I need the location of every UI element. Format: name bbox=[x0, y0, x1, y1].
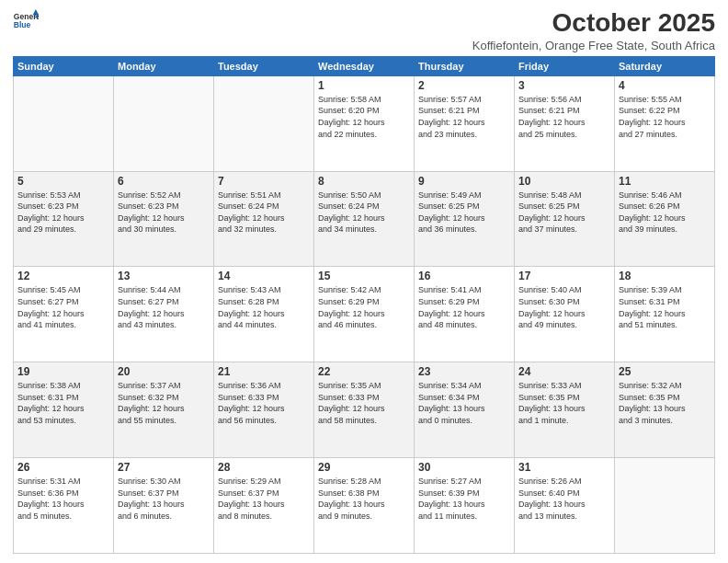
day-info: Sunrise: 5:50 AM Sunset: 6:24 PM Dayligh… bbox=[318, 190, 410, 236]
day-number: 5 bbox=[17, 175, 109, 188]
table-row: 6Sunrise: 5:52 AM Sunset: 6:23 PM Daylig… bbox=[114, 171, 214, 267]
day-info: Sunrise: 5:26 AM Sunset: 6:40 PM Dayligh… bbox=[518, 476, 610, 522]
day-info: Sunrise: 5:56 AM Sunset: 6:21 PM Dayligh… bbox=[518, 94, 610, 140]
header: General Blue October 2025 Koffiefontein,… bbox=[13, 9, 715, 52]
day-number: 14 bbox=[218, 270, 310, 282]
logo-icon: General Blue bbox=[13, 9, 39, 35]
day-number: 12 bbox=[17, 270, 109, 282]
table-row: 22Sunrise: 5:35 AM Sunset: 6:33 PM Dayli… bbox=[314, 362, 415, 458]
calendar-week-row: 12Sunrise: 5:45 AM Sunset: 6:27 PM Dayli… bbox=[14, 267, 715, 362]
table-row: 19Sunrise: 5:38 AM Sunset: 6:31 PM Dayli… bbox=[14, 362, 114, 458]
month-title: October 2025 bbox=[472, 9, 715, 38]
day-number: 22 bbox=[318, 365, 410, 378]
day-info: Sunrise: 5:32 AM Sunset: 6:35 PM Dayligh… bbox=[619, 380, 711, 426]
day-info: Sunrise: 5:36 AM Sunset: 6:33 PM Dayligh… bbox=[218, 380, 310, 426]
table-row: 10Sunrise: 5:48 AM Sunset: 6:25 PM Dayli… bbox=[515, 171, 615, 267]
day-number: 21 bbox=[218, 365, 310, 378]
day-number: 23 bbox=[418, 365, 510, 378]
table-row: 27Sunrise: 5:30 AM Sunset: 6:37 PM Dayli… bbox=[114, 458, 214, 554]
day-info: Sunrise: 5:48 AM Sunset: 6:25 PM Dayligh… bbox=[518, 190, 610, 236]
day-info: Sunrise: 5:37 AM Sunset: 6:32 PM Dayligh… bbox=[118, 380, 210, 426]
table-row bbox=[14, 75, 114, 171]
day-info: Sunrise: 5:52 AM Sunset: 6:23 PM Dayligh… bbox=[118, 190, 210, 236]
header-sunday: Sunday bbox=[14, 56, 114, 75]
day-info: Sunrise: 5:44 AM Sunset: 6:27 PM Dayligh… bbox=[118, 284, 210, 330]
header-wednesday: Wednesday bbox=[314, 56, 415, 75]
calendar-week-row: 26Sunrise: 5:31 AM Sunset: 6:36 PM Dayli… bbox=[14, 458, 715, 554]
table-row: 7Sunrise: 5:51 AM Sunset: 6:24 PM Daylig… bbox=[214, 171, 314, 267]
table-row: 26Sunrise: 5:31 AM Sunset: 6:36 PM Dayli… bbox=[14, 458, 114, 554]
day-number: 3 bbox=[518, 79, 610, 92]
day-number: 6 bbox=[118, 175, 210, 188]
day-number: 10 bbox=[518, 175, 610, 188]
table-row: 5Sunrise: 5:53 AM Sunset: 6:23 PM Daylig… bbox=[14, 171, 114, 267]
logo: General Blue bbox=[13, 9, 39, 35]
day-number: 20 bbox=[118, 365, 210, 378]
day-info: Sunrise: 5:42 AM Sunset: 6:29 PM Dayligh… bbox=[318, 284, 410, 330]
day-info: Sunrise: 5:38 AM Sunset: 6:31 PM Dayligh… bbox=[17, 380, 109, 426]
day-info: Sunrise: 5:41 AM Sunset: 6:29 PM Dayligh… bbox=[418, 284, 510, 330]
table-row: 28Sunrise: 5:29 AM Sunset: 6:37 PM Dayli… bbox=[214, 458, 314, 554]
svg-text:Blue: Blue bbox=[14, 20, 31, 29]
table-row: 2Sunrise: 5:57 AM Sunset: 6:21 PM Daylig… bbox=[415, 75, 515, 171]
table-row: 8Sunrise: 5:50 AM Sunset: 6:24 PM Daylig… bbox=[314, 171, 415, 267]
day-info: Sunrise: 5:49 AM Sunset: 6:25 PM Dayligh… bbox=[418, 190, 510, 236]
day-number: 19 bbox=[17, 365, 109, 378]
table-row: 13Sunrise: 5:44 AM Sunset: 6:27 PM Dayli… bbox=[114, 267, 214, 362]
table-row: 21Sunrise: 5:36 AM Sunset: 6:33 PM Dayli… bbox=[214, 362, 314, 458]
day-info: Sunrise: 5:58 AM Sunset: 6:20 PM Dayligh… bbox=[318, 94, 410, 140]
header-saturday: Saturday bbox=[615, 56, 715, 75]
calendar-week-row: 1Sunrise: 5:58 AM Sunset: 6:20 PM Daylig… bbox=[14, 75, 715, 171]
day-number: 16 bbox=[418, 270, 510, 282]
day-number: 4 bbox=[619, 79, 711, 92]
day-info: Sunrise: 5:51 AM Sunset: 6:24 PM Dayligh… bbox=[218, 190, 310, 236]
table-row bbox=[214, 75, 314, 171]
table-row: 15Sunrise: 5:42 AM Sunset: 6:29 PM Dayli… bbox=[314, 267, 415, 362]
table-row: 18Sunrise: 5:39 AM Sunset: 6:31 PM Dayli… bbox=[615, 267, 715, 362]
table-row: 17Sunrise: 5:40 AM Sunset: 6:30 PM Dayli… bbox=[515, 267, 615, 362]
header-tuesday: Tuesday bbox=[214, 56, 314, 75]
day-info: Sunrise: 5:28 AM Sunset: 6:38 PM Dayligh… bbox=[318, 476, 410, 522]
day-info: Sunrise: 5:43 AM Sunset: 6:28 PM Dayligh… bbox=[218, 284, 310, 330]
header-friday: Friday bbox=[515, 56, 615, 75]
day-number: 8 bbox=[318, 175, 410, 188]
day-info: Sunrise: 5:35 AM Sunset: 6:33 PM Dayligh… bbox=[318, 380, 410, 426]
table-row: 20Sunrise: 5:37 AM Sunset: 6:32 PM Dayli… bbox=[114, 362, 214, 458]
title-block: October 2025 Koffiefontein, Orange Free … bbox=[472, 9, 715, 52]
table-row: 24Sunrise: 5:33 AM Sunset: 6:35 PM Dayli… bbox=[515, 362, 615, 458]
day-info: Sunrise: 5:31 AM Sunset: 6:36 PM Dayligh… bbox=[17, 476, 109, 522]
calendar-week-row: 19Sunrise: 5:38 AM Sunset: 6:31 PM Dayli… bbox=[14, 362, 715, 458]
day-number: 26 bbox=[17, 461, 109, 474]
day-info: Sunrise: 5:33 AM Sunset: 6:35 PM Dayligh… bbox=[518, 380, 610, 426]
day-number: 17 bbox=[518, 270, 610, 282]
table-row: 3Sunrise: 5:56 AM Sunset: 6:21 PM Daylig… bbox=[515, 75, 615, 171]
table-row bbox=[114, 75, 214, 171]
table-row: 12Sunrise: 5:45 AM Sunset: 6:27 PM Dayli… bbox=[14, 267, 114, 362]
table-row: 16Sunrise: 5:41 AM Sunset: 6:29 PM Dayli… bbox=[415, 267, 515, 362]
table-row: 14Sunrise: 5:43 AM Sunset: 6:28 PM Dayli… bbox=[214, 267, 314, 362]
day-info: Sunrise: 5:55 AM Sunset: 6:22 PM Dayligh… bbox=[619, 94, 711, 140]
calendar-week-row: 5Sunrise: 5:53 AM Sunset: 6:23 PM Daylig… bbox=[14, 171, 715, 267]
table-row: 4Sunrise: 5:55 AM Sunset: 6:22 PM Daylig… bbox=[615, 75, 715, 171]
table-row: 30Sunrise: 5:27 AM Sunset: 6:39 PM Dayli… bbox=[415, 458, 515, 554]
day-info: Sunrise: 5:29 AM Sunset: 6:37 PM Dayligh… bbox=[218, 476, 310, 522]
day-number: 30 bbox=[418, 461, 510, 474]
day-info: Sunrise: 5:46 AM Sunset: 6:26 PM Dayligh… bbox=[619, 190, 711, 236]
table-row bbox=[615, 458, 715, 554]
day-info: Sunrise: 5:40 AM Sunset: 6:30 PM Dayligh… bbox=[518, 284, 610, 330]
table-row: 1Sunrise: 5:58 AM Sunset: 6:20 PM Daylig… bbox=[314, 75, 415, 171]
day-number: 13 bbox=[118, 270, 210, 282]
day-number: 7 bbox=[218, 175, 310, 188]
header-monday: Monday bbox=[114, 56, 214, 75]
table-row: 31Sunrise: 5:26 AM Sunset: 6:40 PM Dayli… bbox=[515, 458, 615, 554]
subtitle: Koffiefontein, Orange Free State, South … bbox=[472, 39, 715, 52]
day-number: 28 bbox=[218, 461, 310, 474]
day-number: 24 bbox=[518, 365, 610, 378]
day-number: 11 bbox=[619, 175, 711, 188]
calendar-table: Sunday Monday Tuesday Wednesday Thursday… bbox=[13, 56, 715, 554]
day-number: 2 bbox=[418, 79, 510, 92]
table-row: 11Sunrise: 5:46 AM Sunset: 6:26 PM Dayli… bbox=[615, 171, 715, 267]
day-info: Sunrise: 5:45 AM Sunset: 6:27 PM Dayligh… bbox=[17, 284, 109, 330]
day-info: Sunrise: 5:57 AM Sunset: 6:21 PM Dayligh… bbox=[418, 94, 510, 140]
table-row: 23Sunrise: 5:34 AM Sunset: 6:34 PM Dayli… bbox=[415, 362, 515, 458]
